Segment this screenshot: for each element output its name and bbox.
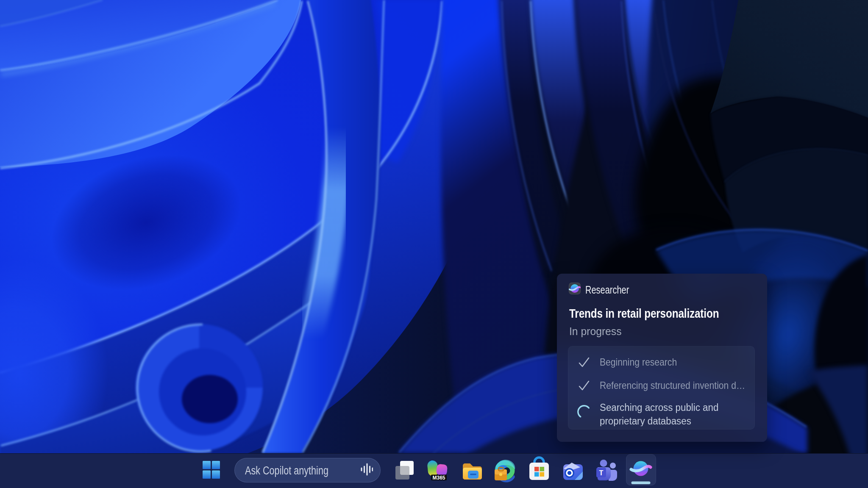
svg-text:M365: M365 <box>432 475 445 481</box>
svg-text:proprietary databases: proprietary databases <box>600 415 691 426</box>
svg-text:Searching across public and: Searching across public and <box>600 402 718 413</box>
svg-text:T: T <box>599 469 604 477</box>
svg-text:Referencing structured inventi: Referencing structured invention d… <box>600 380 745 391</box>
svg-text:Beginning research: Beginning research <box>600 357 677 368</box>
